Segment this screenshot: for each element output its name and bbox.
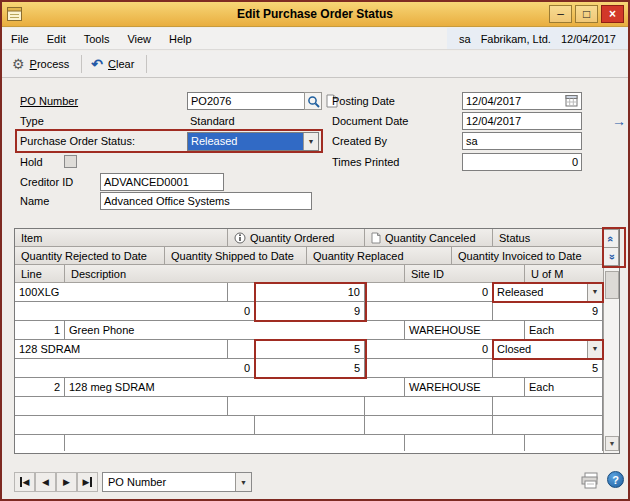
col-header-qty-invoiced[interactable]: Quantity Invoiced to Date [452, 247, 603, 265]
clear-button[interactable]: ↶ Clear [86, 55, 142, 73]
chevron-up-icon: « [605, 235, 617, 241]
col-header-item-label: Item [21, 232, 42, 244]
posting-date-field[interactable]: 12/04/2017 [462, 92, 582, 110]
expansion-arrow-icon[interactable]: → [612, 113, 626, 129]
col-header-line-label: Line [21, 268, 42, 280]
hold-checkbox[interactable] [64, 155, 77, 168]
qty-shipped-cell[interactable]: 5 [255, 359, 365, 377]
uom-cell[interactable]: Each [525, 321, 603, 339]
site-id-cell[interactable]: WAREHOUSE [405, 321, 525, 339]
session-date[interactable]: 12/04/2017 [561, 33, 616, 45]
maximize-button[interactable]: □ [575, 5, 598, 23]
nav-last-record-button[interactable]: ▶ [77, 472, 98, 492]
menu-file[interactable]: File [2, 28, 38, 49]
vertical-scrollbar[interactable]: ▼ [603, 267, 619, 453]
col-header-qty-replaced[interactable]: Quantity Replaced [307, 247, 452, 265]
qty-canceled-cell[interactable]: 0 [365, 283, 493, 301]
po-number-field[interactable]: PO2076 [187, 92, 305, 110]
browse-by-value: PO Number [103, 473, 235, 491]
qty-ordered-cell[interactable]: 5 [228, 340, 365, 358]
calendar-icon[interactable] [565, 94, 578, 109]
row-status-dropdown[interactable]: Released ▼ [493, 283, 603, 301]
name-label: Name [20, 195, 49, 207]
col-header-qty-canceled[interactable]: Quantity Canceled [365, 229, 493, 247]
item-number-cell[interactable]: 100XLG [15, 283, 228, 301]
printer-icon [580, 472, 601, 489]
col-header-item[interactable]: Item [15, 229, 228, 247]
site-id-cell[interactable]: WAREHOUSE [405, 378, 525, 396]
po-status-value: Released [188, 133, 303, 150]
scroll-next-item-button[interactable]: « [603, 247, 619, 266]
nav-next-record-button[interactable]: ▶ [56, 472, 77, 492]
qty-replaced-cell[interactable] [365, 359, 493, 377]
scroll-prev-item-button[interactable]: « [603, 229, 619, 248]
line-number-cell: 1 [15, 321, 65, 339]
nav-first-record-button[interactable]: ◀ [14, 472, 35, 492]
item-number-cell[interactable]: 128 SDRAM [15, 340, 228, 358]
col-header-line[interactable]: Line [15, 265, 65, 283]
col-header-description[interactable]: Description [65, 265, 405, 283]
window-title: Edit Purchase Order Status [2, 7, 628, 21]
qty-canceled-cell[interactable]: 0 [365, 340, 493, 358]
creditor-id-field[interactable]: ADVANCED0001 [100, 173, 224, 191]
col-header-qty-canceled-label: Quantity Canceled [385, 232, 476, 244]
qty-shipped-cell[interactable]: 9 [255, 302, 365, 320]
session-company[interactable]: Fabrikam, Ltd. [481, 33, 551, 45]
grid-header: Item Quantity Ordered Quantity Canceled … [15, 229, 603, 283]
empty-row[interactable] [15, 397, 603, 416]
browse-by-combobox[interactable]: PO Number ▼ [102, 472, 252, 492]
qty-ordered-cell[interactable]: 10 [228, 283, 365, 301]
po-status-dropdown[interactable]: Released ▼ [187, 132, 319, 151]
col-header-status[interactable]: Status [493, 229, 603, 247]
first-record-icon: ◀ [20, 477, 30, 487]
qty-rejected-cell[interactable]: 0 [15, 302, 255, 320]
menu-tools[interactable]: Tools [75, 28, 119, 49]
scrollbar-thumb[interactable] [605, 271, 619, 299]
menu-view[interactable]: View [118, 28, 160, 49]
print-button[interactable] [580, 472, 601, 491]
minimize-button[interactable]: – [549, 5, 572, 23]
scrollbar-down-arrow[interactable]: ▼ [605, 436, 619, 451]
action-toolbar: ⚙ Process ↶ Clear [2, 51, 628, 78]
uom-cell[interactable]: Each [525, 378, 603, 396]
po-lookup-button[interactable] [304, 92, 322, 110]
col-header-qty-ordered-label: Quantity Ordered [250, 232, 334, 244]
col-header-qty-ordered[interactable]: Quantity Ordered [228, 229, 365, 247]
close-button[interactable]: × [601, 5, 624, 23]
description-cell[interactable]: 128 meg SDRAM [65, 378, 405, 396]
menu-edit[interactable]: Edit [38, 28, 75, 49]
document-date-field[interactable]: 12/04/2017 [462, 112, 582, 130]
col-header-qty-rejected-label: Quantity Rejected to Date [21, 250, 147, 262]
qty-invoiced-cell[interactable]: 9 [493, 302, 603, 320]
col-header-site-id[interactable]: Site ID [405, 265, 525, 283]
dropdown-arrow-icon[interactable]: ▼ [587, 340, 602, 358]
col-header-qty-rejected[interactable]: Quantity Rejected to Date [15, 247, 165, 265]
chevron-down-icon: « [605, 253, 617, 259]
item-row-2a: 128 SDRAM 5 0 Closed ▼ [15, 340, 603, 359]
col-header-qty-shipped[interactable]: Quantity Shipped to Date [165, 247, 307, 265]
dropdown-arrow-icon[interactable]: ▼ [303, 133, 318, 150]
qty-replaced-cell[interactable] [365, 302, 493, 320]
previous-record-icon: ◀ [42, 477, 49, 487]
qty-invoiced-cell[interactable]: 5 [493, 359, 603, 377]
help-button[interactable]: ? [607, 471, 624, 488]
paper-icon [371, 232, 381, 244]
nav-previous-record-button[interactable]: ◀ [35, 472, 56, 492]
dropdown-arrow-icon[interactable]: ▼ [587, 283, 602, 301]
dropdown-arrow-icon[interactable]: ▼ [235, 473, 251, 491]
item-row-1b: 0 9 9 [15, 302, 603, 321]
col-header-uom[interactable]: U of M [525, 265, 603, 283]
empty-row[interactable] [15, 416, 603, 435]
qty-rejected-cell[interactable]: 0 [15, 359, 255, 377]
menu-help[interactable]: Help [160, 28, 201, 49]
po-number-label[interactable]: PO Number [20, 95, 78, 107]
posting-date-label: Posting Date [332, 95, 395, 107]
item-row-2c: 2 128 meg SDRAM WAREHOUSE Each [15, 378, 603, 397]
next-record-icon: ▶ [63, 477, 70, 487]
created-by-field[interactable]: sa [462, 132, 582, 150]
name-field[interactable]: Advanced Office Systems [100, 192, 312, 210]
row-status-dropdown[interactable]: Closed ▼ [493, 340, 603, 358]
empty-row[interactable] [15, 435, 603, 451]
process-button[interactable]: ⚙ Process [7, 55, 77, 73]
description-cell[interactable]: Green Phone [65, 321, 405, 339]
